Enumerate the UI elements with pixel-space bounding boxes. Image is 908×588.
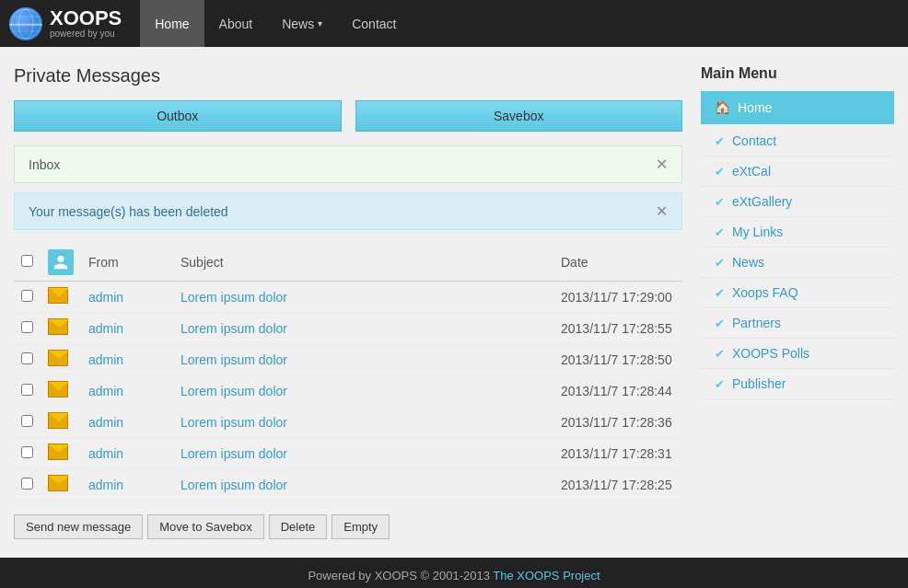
from-link[interactable]: admin bbox=[88, 384, 123, 398]
col-date: Date bbox=[553, 244, 682, 282]
nav-item-about[interactable]: About bbox=[204, 0, 268, 47]
sidebar-item-xoops-polls[interactable]: ✔XOOPS Polls bbox=[701, 339, 894, 369]
brand-logo[interactable]: XOOPS powered by you bbox=[9, 7, 122, 40]
from-link[interactable]: admin bbox=[88, 290, 123, 305]
subject-link[interactable]: Lorem ipsum dolor bbox=[180, 290, 287, 305]
envelope-icon bbox=[48, 475, 68, 491]
check-icon: ✔ bbox=[715, 225, 725, 239]
sidebar-item-extgallery[interactable]: ✔eXtGallery bbox=[701, 187, 894, 217]
row-checkbox-4[interactable] bbox=[21, 415, 33, 427]
from-link[interactable]: admin bbox=[88, 478, 123, 492]
send-new-button[interactable]: Send new message bbox=[14, 514, 143, 539]
brand-name: XOOPS bbox=[50, 8, 122, 29]
user-icon bbox=[48, 249, 74, 275]
subject-link[interactable]: Lorem ipsum dolor bbox=[180, 415, 287, 430]
table-row: admin Lorem ipsum dolor 2013/11/7 17:29:… bbox=[14, 282, 682, 313]
person-icon bbox=[52, 254, 69, 271]
sidebar-item-label: XOOPS Polls bbox=[732, 346, 809, 361]
inbox-bar: Inbox ✕ bbox=[14, 145, 682, 183]
footer-link[interactable]: The XOOPS Project bbox=[493, 569, 600, 582]
nav-item-home[interactable]: Home bbox=[140, 0, 204, 47]
inbox-label: Inbox bbox=[29, 157, 60, 172]
svg-point-0 bbox=[11, 9, 41, 39]
row-checkbox-1[interactable] bbox=[21, 321, 33, 333]
home-icon: 🏠 bbox=[715, 100, 730, 115]
news-caret-icon: ▾ bbox=[318, 18, 322, 29]
brand-sub: powered by you bbox=[50, 29, 122, 39]
move-savebox-button[interactable]: Move to Savebox bbox=[147, 514, 263, 539]
subject-link[interactable]: Lorem ipsum dolor bbox=[180, 478, 287, 492]
subject-link[interactable]: Lorem ipsum dolor bbox=[180, 446, 287, 461]
sidebar-item-label: Xoops FAQ bbox=[732, 285, 798, 300]
savebox-button[interactable]: Savebox bbox=[355, 100, 683, 132]
from-link[interactable]: admin bbox=[88, 415, 123, 430]
footer: Powered by XOOPS © 2001-2013 The XOOPS P… bbox=[0, 558, 908, 588]
date-cell: 2013/11/7 17:28:36 bbox=[553, 407, 682, 438]
row-checkbox-3[interactable] bbox=[21, 384, 33, 396]
sidebar-title: Main Menu bbox=[701, 65, 894, 82]
envelope-icon bbox=[48, 444, 68, 460]
table-row: admin Lorem ipsum dolor 2013/11/7 17:28:… bbox=[14, 375, 682, 407]
nav-item-contact[interactable]: Contact bbox=[337, 0, 411, 47]
subject-link[interactable]: Lorem ipsum dolor bbox=[180, 321, 287, 336]
mailbox-buttons: Outbox Savebox bbox=[14, 100, 682, 132]
from-link[interactable]: admin bbox=[88, 321, 123, 336]
empty-button[interactable]: Empty bbox=[332, 514, 390, 539]
sidebar-item-label: Partners bbox=[732, 316, 781, 330]
nav-item-news[interactable]: News ▾ bbox=[267, 0, 337, 47]
check-icon: ✔ bbox=[715, 134, 725, 148]
svg-point-1 bbox=[18, 9, 33, 39]
check-icon: ✔ bbox=[715, 377, 725, 391]
sidebar-item-xoops-faq[interactable]: ✔Xoops FAQ bbox=[701, 278, 894, 308]
row-checkbox-5[interactable] bbox=[21, 446, 33, 458]
check-icon: ✔ bbox=[715, 165, 725, 179]
col-subject: Subject bbox=[173, 244, 553, 282]
row-checkbox-2[interactable] bbox=[21, 352, 33, 364]
from-link[interactable]: admin bbox=[88, 446, 123, 461]
date-cell: 2013/11/7 17:29:00 bbox=[553, 282, 682, 313]
from-link[interactable]: admin bbox=[88, 352, 123, 367]
subject-link[interactable]: Lorem ipsum dolor bbox=[180, 352, 287, 367]
alert-text: Your message(s) has been deleted bbox=[29, 204, 228, 219]
brand-text: XOOPS powered by you bbox=[50, 8, 122, 39]
sidebar-item-publisher[interactable]: ✔Publisher bbox=[701, 369, 894, 399]
sidebar-item-contact[interactable]: ✔Contact bbox=[701, 126, 894, 156]
sidebar-item-label: eXtCal bbox=[732, 164, 771, 179]
page-title: Private Messages bbox=[14, 65, 682, 86]
table-row: admin Lorem ipsum dolor 2013/11/7 17:28:… bbox=[14, 344, 682, 375]
envelope-icon bbox=[48, 318, 68, 335]
navbar: XOOPS powered by you Home About News ▾ C… bbox=[0, 0, 908, 47]
footer-text: Powered by XOOPS © 2001-2013 bbox=[308, 569, 493, 582]
globe-icon bbox=[9, 7, 42, 40]
sidebar-item-extcal[interactable]: ✔eXtCal bbox=[701, 156, 894, 187]
row-checkbox-6[interactable] bbox=[21, 478, 33, 490]
table-row: admin Lorem ipsum dolor 2013/11/7 17:28:… bbox=[14, 438, 682, 469]
content-area: Private Messages Outbox Savebox Inbox ✕ … bbox=[14, 65, 682, 539]
envelope-icon bbox=[48, 350, 68, 366]
sidebar-item-news[interactable]: ✔News bbox=[701, 248, 894, 278]
sidebar-item-my-links[interactable]: ✔My Links bbox=[701, 217, 894, 248]
outbox-button[interactable]: Outbox bbox=[14, 100, 342, 132]
subject-link[interactable]: Lorem ipsum dolor bbox=[180, 384, 287, 398]
sidebar-home-label: Home bbox=[738, 100, 772, 115]
check-icon: ✔ bbox=[715, 347, 725, 361]
envelope-icon bbox=[48, 287, 68, 304]
delete-button[interactable]: Delete bbox=[269, 514, 328, 539]
date-cell: 2013/11/7 17:28:25 bbox=[553, 469, 682, 501]
table-row: admin Lorem ipsum dolor 2013/11/7 17:28:… bbox=[14, 407, 682, 438]
table-row: admin Lorem ipsum dolor 2013/11/7 17:28:… bbox=[14, 313, 682, 344]
sidebar-item-label: News bbox=[732, 255, 764, 270]
inbox-close-icon[interactable]: ✕ bbox=[656, 156, 668, 173]
date-cell: 2013/11/7 17:28:31 bbox=[553, 438, 682, 469]
check-icon: ✔ bbox=[715, 286, 725, 300]
alert-close-icon[interactable]: ✕ bbox=[656, 202, 668, 220]
main-container: Private Messages Outbox Savebox Inbox ✕ … bbox=[0, 47, 908, 558]
row-checkbox-0[interactable] bbox=[21, 290, 33, 302]
select-all-checkbox[interactable] bbox=[21, 255, 33, 267]
sidebar-item-label: Publisher bbox=[732, 376, 786, 391]
sidebar-item-partners[interactable]: ✔Partners bbox=[701, 308, 894, 339]
alert-banner: Your message(s) has been deleted ✕ bbox=[14, 192, 682, 230]
bottom-buttons: Send new message Move to Savebox Delete … bbox=[14, 514, 682, 539]
sidebar-item-home[interactable]: 🏠 Home bbox=[701, 91, 894, 124]
envelope-icon bbox=[48, 381, 68, 398]
